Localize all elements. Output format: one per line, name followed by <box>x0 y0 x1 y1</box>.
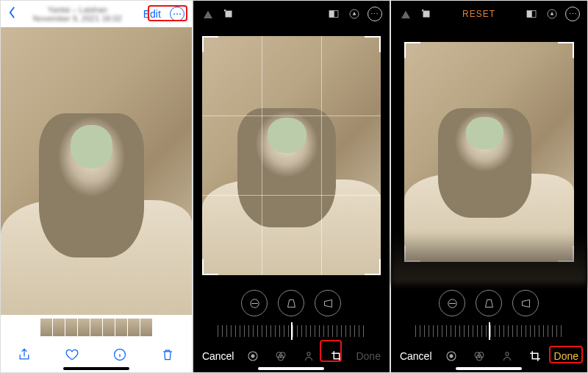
grid-line <box>202 195 381 196</box>
thumbnail[interactable] <box>128 319 140 336</box>
crop-mode-icon[interactable] <box>528 349 542 363</box>
filters-mode-icon[interactable] <box>273 349 288 363</box>
info-icon[interactable] <box>112 347 127 365</box>
rotate-icon[interactable] <box>221 7 236 21</box>
portrait-mode-icon[interactable] <box>301 349 316 363</box>
done-button[interactable]: Done <box>356 350 380 362</box>
annotation-highlight-edit <box>148 5 187 21</box>
edit-header: RESET ⋯ <box>391 1 587 27</box>
home-indicator[interactable] <box>63 367 129 370</box>
thumbnail[interactable] <box>140 319 152 336</box>
crop-handle-tr[interactable] <box>558 42 574 58</box>
portrait-mode-icon[interactable] <box>500 349 514 363</box>
adjust-mode-icon[interactable] <box>444 349 459 363</box>
transform-tools <box>193 284 390 322</box>
thumbnail-strip[interactable] <box>1 315 192 340</box>
photos-viewer-screen: Yantai – Laishan November 9, 2021 16:02 … <box>0 0 193 373</box>
annotation-highlight-done <box>549 346 583 363</box>
adjust-mode-icon[interactable] <box>245 349 260 363</box>
crop-handle-tl[interactable] <box>404 42 420 58</box>
aspect-ratio-icon[interactable] <box>524 7 539 21</box>
favorite-heart-icon[interactable] <box>65 347 79 365</box>
annotation-highlight-crop <box>320 340 342 362</box>
crop-handle-tl[interactable] <box>202 36 218 52</box>
horizontal-perspective-button[interactable] <box>315 290 341 316</box>
crop-handle-bl[interactable] <box>202 259 218 275</box>
more-options-icon[interactable]: ⋯ <box>565 7 580 21</box>
flip-horizontal-icon[interactable] <box>398 7 413 21</box>
crop-overflow-blur <box>391 232 587 284</box>
edit-crop-screen: ⋯ Cancel Done <box>193 0 390 373</box>
thumbnail[interactable] <box>115 319 127 336</box>
grid-line <box>202 116 381 116</box>
home-indicator[interactable] <box>258 367 324 370</box>
horizontal-perspective-button[interactable] <box>512 290 539 316</box>
thumbnail[interactable] <box>78 319 90 336</box>
back-chevron-icon[interactable] <box>8 6 16 23</box>
reset-button[interactable]: RESET <box>462 9 495 19</box>
edit-header: ⋯ <box>193 1 390 27</box>
crop-canvas[interactable] <box>391 27 587 284</box>
markup-icon[interactable] <box>545 7 559 21</box>
grid-line <box>321 36 322 275</box>
straighten-button[interactable] <box>439 290 465 316</box>
rotate-icon[interactable] <box>419 7 434 21</box>
cancel-button[interactable]: Cancel <box>202 350 234 362</box>
markup-icon[interactable] <box>347 7 362 21</box>
svg-point-11 <box>307 352 311 356</box>
photo-title: Yantai – Laishan November 9, 2021 16:02 <box>21 5 135 23</box>
thumbnail[interactable] <box>90 319 102 336</box>
thumbnail[interactable] <box>40 319 52 336</box>
svg-rect-12 <box>423 11 429 18</box>
angle-ruler[interactable] <box>391 322 587 340</box>
svg-rect-14 <box>527 11 532 18</box>
cancel-button[interactable]: Cancel <box>400 350 432 362</box>
title-location: Yantai – Laishan <box>21 5 135 14</box>
vertical-perspective-button[interactable] <box>278 290 304 316</box>
crop-canvas[interactable] <box>193 27 390 284</box>
thumbnail[interactable] <box>103 319 115 336</box>
aspect-ratio-icon[interactable] <box>326 7 341 21</box>
svg-point-18 <box>449 355 453 358</box>
more-options-icon[interactable]: ⋯ <box>368 7 382 21</box>
svg-rect-3 <box>329 11 334 18</box>
grid-line <box>262 36 262 275</box>
trash-icon[interactable] <box>160 347 175 365</box>
angle-ruler[interactable] <box>193 322 390 340</box>
straighten-button[interactable] <box>241 290 268 316</box>
photo-canvas[interactable] <box>1 27 192 315</box>
svg-point-7 <box>251 355 255 358</box>
flip-horizontal-icon[interactable] <box>201 7 215 21</box>
filters-mode-icon[interactable] <box>472 349 487 363</box>
svg-rect-1 <box>225 11 232 18</box>
home-indicator[interactable] <box>456 367 522 370</box>
share-icon[interactable] <box>17 347 32 365</box>
thumbnail[interactable] <box>53 319 65 336</box>
svg-point-22 <box>505 352 509 356</box>
transform-tools <box>391 284 587 322</box>
crop-handle-tr[interactable] <box>365 36 381 52</box>
crop-handle-br[interactable] <box>365 259 381 275</box>
title-datetime: November 9, 2021 16:02 <box>21 14 135 23</box>
vertical-perspective-button[interactable] <box>476 290 502 316</box>
edit-crop-modified-screen: RESET ⋯ Cancel Done <box>390 0 588 373</box>
thumbnail[interactable] <box>65 319 77 336</box>
